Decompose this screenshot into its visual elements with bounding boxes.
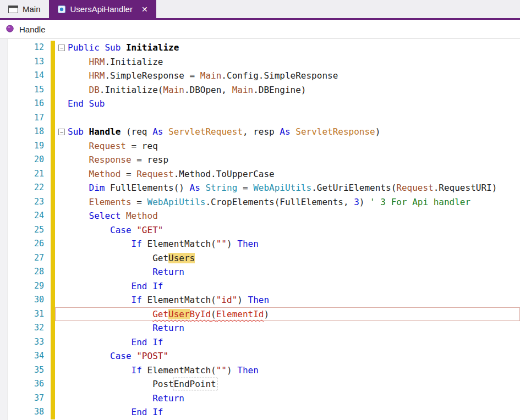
code-text[interactable]: Case "POST" [68,350,168,363]
code-line[interactable]: 36 PostEndPoint [0,377,520,391]
close-icon[interactable]: ✕ [141,5,148,13]
code-line[interactable]: 37 Return [0,391,520,406]
code-text[interactable]: Return [68,392,184,405]
code-text[interactable]: Case "GET" [68,224,163,237]
sub-navigation-bar[interactable]: Handle [0,20,520,39]
line-number[interactable]: 24 [8,209,51,223]
line-number[interactable]: 26 [8,237,51,251]
code-text[interactable]: If ElementMatch("") Then [68,237,259,251]
line-number[interactable]: 15 [8,83,51,97]
line-number[interactable]: 23 [8,195,51,209]
code-line[interactable]: 35 If ElementMatch("") Then [0,363,520,378]
code-line[interactable]: 31 GetUserById(ElementId) [0,307,520,322]
line-number[interactable]: 28 [8,265,51,279]
line-number[interactable]: 38 [8,405,51,419]
code-text[interactable]: End If [68,280,163,293]
code-line[interactable]: 14 HRM.SimpleResponse = Main.Config.Simp… [0,69,520,83]
code-token: WebApiUtils [253,183,311,193]
code-text[interactable]: Method = Request.Method.ToUpperCase [68,168,275,181]
code-token [68,309,152,319]
code-line[interactable]: 32 Return [0,321,520,335]
code-line[interactable]: 30 If ElementMatch("id") Then [0,293,520,307]
code-text[interactable]: End Sub [68,97,105,110]
line-number[interactable]: 16 [8,97,51,111]
code-text[interactable]: Request = req [68,140,158,153]
code-line[interactable]: 20 Response = resp [0,153,520,167]
code-line[interactable]: 27 GetUsers [0,251,520,266]
code-line[interactable]: 29 End If [0,279,520,294]
code-line[interactable]: 17 [0,111,520,125]
line-number[interactable]: 27 [8,251,51,266]
tab-label: Main [23,4,41,14]
line-number[interactable]: 33 [8,335,51,350]
code-text[interactable]: Select Method [68,209,158,223]
code-line[interactable]: 33 End If [0,335,520,350]
code-text[interactable]: End If [68,336,163,349]
code-token: .Config.SimpleResponse [221,70,338,81]
code-text[interactable]: Return [68,266,184,279]
code-token [68,225,110,235]
line-number[interactable]: 18 [8,125,51,139]
tab-usersapihandler[interactable]: UsersApiHandler ✕ [49,0,156,18]
line-number[interactable]: 21 [8,167,51,181]
code-text[interactable]: If ElementMatch("") Then [68,364,259,377]
code-text[interactable]: PostEndPoint [68,378,216,391]
code-text[interactable]: Elements = WebApiUtils.CropElements(Full… [68,196,470,209]
code-line[interactable]: 24 Select Method [0,209,520,223]
code-line[interactable]: 18−Sub Handle (req As ServletRequest, re… [0,125,520,139]
code-text[interactable]: Response = resp [68,153,168,167]
line-number[interactable]: 37 [8,391,51,406]
code-line[interactable]: 15 DB.Initialize(Main.DBOpen, Main.DBEng… [0,83,520,97]
code-text[interactable]: End If [68,406,163,419]
code-text[interactable]: Return [68,322,184,335]
code-text[interactable]: HRM.Initialize [68,56,163,69]
breakpoint-margin[interactable] [0,39,8,420]
code-line[interactable]: 22 Dim FullElements() As String = WebApi… [0,181,520,195]
code-line[interactable]: 23 Elements = WebApiUtils.CropElements(F… [0,195,520,209]
fold-collapse-icon[interactable]: − [58,45,65,51]
code-line[interactable]: 12−Public Sub Initialize [0,41,520,55]
code-line[interactable]: 19 Request = req [0,139,520,153]
code-line[interactable]: 16End Sub [0,97,520,111]
line-number[interactable]: 20 [8,153,51,167]
code-token [68,154,89,165]
code-text[interactable]: Dim FullElements() As String = WebApiUti… [68,181,497,195]
line-number[interactable]: 29 [8,279,51,294]
code-text[interactable]: HRM.SimpleResponse = Main.Config.SimpleR… [68,69,338,82]
line-number[interactable]: 25 [8,223,51,237]
line-number[interactable]: 36 [8,377,51,391]
line-number[interactable]: 30 [8,293,51,307]
line-number[interactable]: 13 [8,55,51,69]
code-text[interactable]: Sub Handle (req As ServletRequest, resp … [68,125,380,139]
fold-collapse-icon[interactable]: − [58,129,65,135]
code-text[interactable]: DB.Initialize(Main.DBOpen, Main.DBEngine… [68,84,306,97]
fold-margin [56,406,68,419]
line-number[interactable]: 31 [8,307,51,322]
tab-main[interactable]: Main [0,0,49,18]
code-token: ElementMatch( [147,239,216,249]
line-number[interactable]: 22 [8,181,51,195]
code-line[interactable]: 26 If ElementMatch("") Then [0,237,520,251]
change-bar [51,293,55,307]
line-number[interactable]: 35 [8,363,51,378]
line-number[interactable]: 14 [8,69,51,83]
line-number[interactable]: 19 [8,139,51,153]
code-line[interactable]: 13 HRM.Initialize [0,55,520,69]
code-token: "" [216,365,227,375]
code-text[interactable]: Public Sub Initialize [68,41,179,54]
code-text[interactable]: If ElementMatch("id") Then [68,294,269,307]
line-box: Case "GET" [55,223,520,237]
line-number[interactable]: 12 [8,41,51,55]
line-number[interactable]: 34 [8,349,51,363]
code-line[interactable]: 21 Method = Request.Method.ToUpperCase [0,167,520,181]
code-line[interactable]: 25 Case "GET" [0,223,520,237]
code-line[interactable]: 34 Case "POST" [0,349,520,363]
line-number[interactable]: 32 [8,321,51,335]
code-editor[interactable]: 12−Public Sub Initialize13 HRM.Initializ… [0,39,520,420]
code-line[interactable]: 38 End If [0,405,520,419]
line-number[interactable]: 17 [8,111,51,125]
code-line[interactable]: 28 Return [0,265,520,279]
code-token: Sub [68,126,89,137]
code-text[interactable]: GetUsers [68,252,195,265]
code-text[interactable]: GetUserById(ElementId) [68,308,269,321]
